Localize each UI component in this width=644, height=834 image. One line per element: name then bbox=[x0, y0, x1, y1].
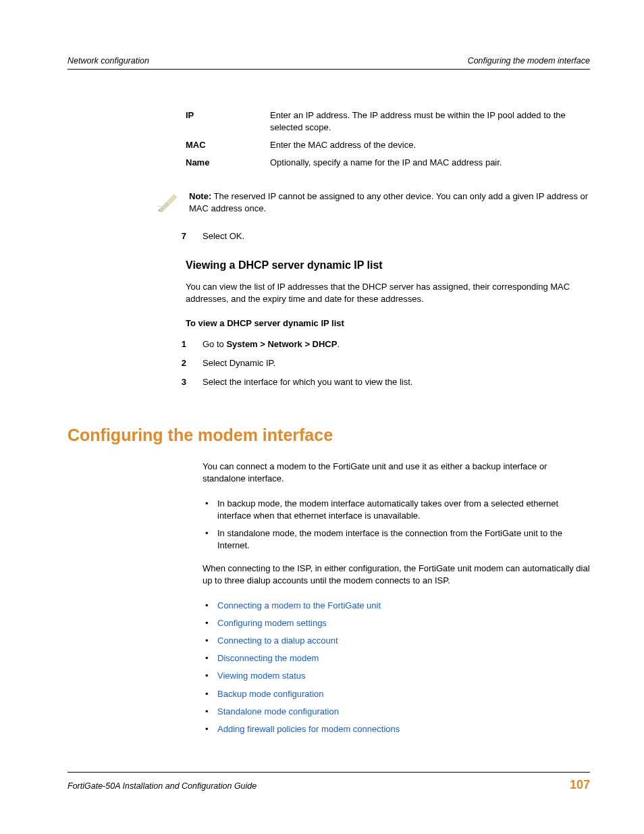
desc-mac: Enter the MAC address of the device. bbox=[270, 136, 590, 154]
list-item: Connecting to a dialup account bbox=[203, 635, 590, 647]
table-row: IP Enter an IP address. The IP address m… bbox=[186, 107, 590, 136]
modem-links-list: Connecting a modem to the FortiGate unit… bbox=[203, 600, 590, 736]
term-mac: MAC bbox=[186, 136, 270, 154]
note-text: Note: The reserved IP cannot be assigned… bbox=[189, 190, 590, 215]
link-backup-mode[interactable]: Backup mode configuration bbox=[217, 689, 324, 699]
dhcp-steps: 1 Go to System > Network > DHCP. 2 Selec… bbox=[68, 338, 590, 389]
term-ip: IP bbox=[186, 107, 270, 136]
note-block: Note: The reserved IP cannot be assigned… bbox=[157, 190, 590, 215]
running-header-left: Network configuration bbox=[68, 55, 149, 68]
dhcp-intro: You can view the list of IP addresses th… bbox=[186, 281, 590, 305]
step-number: 2 bbox=[170, 357, 186, 369]
step-body: Select Dynamic IP. bbox=[203, 357, 590, 369]
list-item: In standalone mode, the modem interface … bbox=[203, 527, 590, 552]
list-item: Disconnecting the modem bbox=[203, 652, 590, 664]
link-connecting-dialup[interactable]: Connecting to a dialup account bbox=[217, 635, 338, 646]
link-disconnecting-modem[interactable]: Disconnecting the modem bbox=[217, 653, 319, 663]
list-item: Configuring modem settings bbox=[203, 617, 590, 629]
list-item: In backup mode, the modem interface auto… bbox=[203, 498, 590, 522]
page-footer: FortiGate-50A Installation and Configura… bbox=[68, 772, 590, 793]
list-item: Backup mode configuration bbox=[203, 688, 590, 700]
definition-table: IP Enter an IP address. The IP address m… bbox=[186, 107, 590, 172]
step-body: Go to System > Network > DHCP. bbox=[203, 338, 590, 350]
link-connecting-modem[interactable]: Connecting a modem to the FortiGate unit bbox=[217, 600, 381, 610]
table-row: Name Optionally, specify a name for the … bbox=[186, 154, 590, 172]
header-rule bbox=[68, 69, 590, 70]
page-number: 107 bbox=[570, 777, 590, 793]
step-body: Select the interface for which you want … bbox=[203, 376, 590, 388]
modem-para2: When connecting to the ISP, in either co… bbox=[203, 563, 590, 587]
step-suffix: . bbox=[337, 339, 340, 349]
link-configuring-modem-settings[interactable]: Configuring modem settings bbox=[217, 618, 327, 628]
link-standalone-mode[interactable]: Standalone mode configuration bbox=[217, 706, 339, 716]
table-row: MAC Enter the MAC address of the device. bbox=[186, 136, 590, 154]
link-viewing-modem-status[interactable]: Viewing modem status bbox=[217, 671, 306, 681]
list-item: 2 Select Dynamic IP. bbox=[170, 357, 590, 369]
howto-heading: To view a DHCP server dynamic IP list bbox=[186, 317, 590, 330]
note-label: Note: bbox=[189, 191, 211, 201]
step-prefix: Select the interface for which you want … bbox=[203, 377, 412, 387]
step-7: 7 Select OK. bbox=[68, 230, 590, 242]
list-item: Viewing modem status bbox=[203, 670, 590, 682]
desc-ip: Enter an IP address. The IP address must… bbox=[270, 107, 590, 136]
heading-dhcp-list: Viewing a DHCP server dynamic IP list bbox=[186, 258, 590, 273]
footer-rule bbox=[68, 772, 590, 773]
note-icon bbox=[157, 190, 181, 215]
step-number: 1 bbox=[170, 338, 186, 350]
step-number: 3 bbox=[170, 376, 186, 388]
list-item: 1 Go to System > Network > DHCP. bbox=[170, 338, 590, 350]
running-header-right: Configuring the modem interface bbox=[468, 55, 590, 68]
step-body: Select OK. bbox=[203, 230, 590, 242]
footer-guide-title: FortiGate-50A Installation and Configura… bbox=[68, 781, 257, 793]
term-name: Name bbox=[186, 154, 270, 172]
list-item: Adding firewall policies for modem conne… bbox=[203, 723, 590, 735]
list-item: 3 Select the interface for which you wan… bbox=[170, 376, 590, 388]
list-item: Connecting a modem to the FortiGate unit bbox=[203, 600, 590, 612]
heading-modem: Configuring the modem interface bbox=[68, 423, 590, 447]
desc-name: Optionally, specify a name for the IP an… bbox=[270, 154, 590, 172]
modem-modes-list: In backup mode, the modem interface auto… bbox=[203, 498, 590, 552]
modem-intro: You can connect a modem to the FortiGate… bbox=[203, 461, 590, 485]
step-bold: System > Network > DHCP bbox=[226, 339, 337, 349]
link-adding-firewall-policies[interactable]: Adding firewall policies for modem conne… bbox=[217, 724, 400, 734]
running-header: Network configuration Configuring the mo… bbox=[68, 55, 590, 68]
note-body: The reserved IP cannot be assigned to an… bbox=[189, 191, 588, 213]
step-prefix: Go to bbox=[203, 339, 226, 349]
step-number: 7 bbox=[170, 230, 186, 242]
step-prefix: Select Dynamic IP. bbox=[203, 358, 275, 368]
list-item: Standalone mode configuration bbox=[203, 706, 590, 718]
